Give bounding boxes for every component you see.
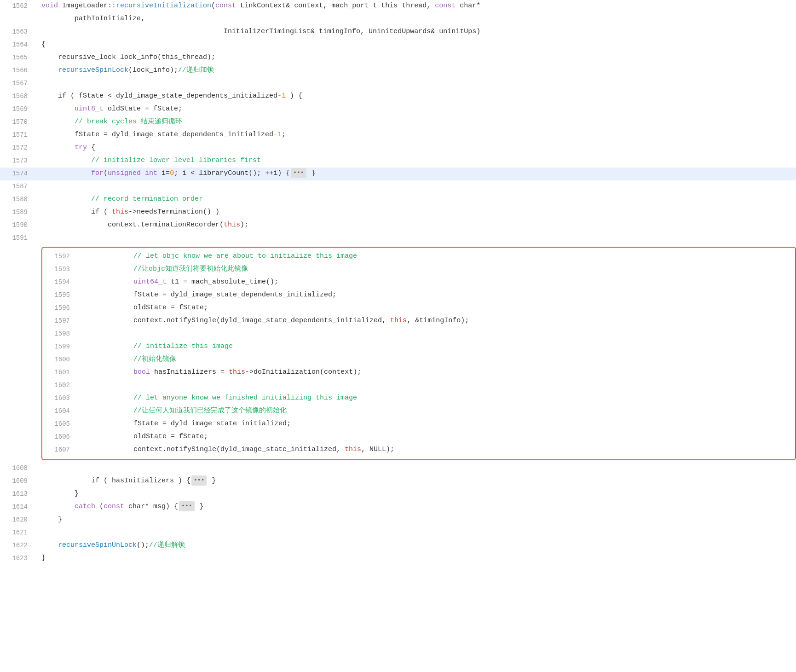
line-1601: 1601 bool hasInitializers = this->doInit… <box>42 366 795 379</box>
line-num-1594: 1594 <box>42 277 79 288</box>
line-1598: 1598 <box>42 328 795 341</box>
line-num-1573: 1573 <box>0 155 37 166</box>
line-num-1564: 1564 <box>0 39 37 50</box>
line-1567: 1567 <box>0 77 796 90</box>
line-1613: 1613 } <box>0 488 796 501</box>
line-1563: 1563 InitializerTimingList& timingInfo, … <box>0 26 796 39</box>
line-1621: 1621 <box>0 527 796 539</box>
line-1562: 1562 void ImageLoader::recursiveInitiali… <box>0 0 796 13</box>
line-1569: 1569 uint8_t oldState = fState; <box>0 103 796 116</box>
red-box-highlight: 1592 // let objc know we are about to in… <box>41 247 796 460</box>
line-1564: 1564 { <box>0 39 796 52</box>
line-num-1599: 1599 <box>42 341 79 352</box>
line-num-1562: 1562 <box>0 0 37 12</box>
line-num-1620: 1620 <box>0 514 37 525</box>
line-num-1607: 1607 <box>42 444 79 455</box>
line-content-1589: if ( this->needsTermination() ) <box>37 207 796 217</box>
line-content-1562: void ImageLoader::recursiveInitializatio… <box>37 0 796 11</box>
line-1573: 1573 // initialize lower level libraries… <box>0 155 796 168</box>
line-num-1609: 1609 <box>0 475 37 487</box>
line-content-1564: { <box>37 39 796 50</box>
line-content-indent: pathToInitialize, <box>37 13 796 24</box>
line-content-1609: if ( hasInitializers ) {••• } <box>37 475 796 486</box>
line-num-1567: 1567 <box>0 78 37 89</box>
line-content-1614: catch (const char* msg) {••• } <box>37 501 796 512</box>
line-1608: 1608 <box>0 462 796 475</box>
line-1602: 1602 <box>42 379 795 392</box>
line-content-1595: fState = dyld_image_state_dependents_ini… <box>79 290 795 300</box>
line-num-1598: 1598 <box>42 328 79 339</box>
line-content-1605: fState = dyld_image_state_initialized; <box>79 418 795 429</box>
line-num-1608: 1608 <box>0 463 37 474</box>
line-content-1570: // break cycles 结束递归循环 <box>37 116 796 127</box>
line-1570: 1570 // break cycles 结束递归循环 <box>0 116 796 129</box>
line-1568: 1568 if ( fState < dyld_image_state_depe… <box>0 90 796 103</box>
line-num-1587: 1587 <box>0 181 37 192</box>
line-1587: 1587 <box>0 180 796 193</box>
line-content-1600: //初始化镜像 <box>79 354 795 365</box>
line-1596: 1596 oldState = fState; <box>42 302 795 315</box>
line-num-1590: 1590 <box>0 220 37 231</box>
line-1609: 1609 if ( hasInitializers ) {••• } <box>0 475 796 488</box>
line-content-1603: // let anyone know we finished initializ… <box>79 393 795 403</box>
line-num-1606: 1606 <box>42 431 79 442</box>
line-1595: 1595 fState = dyld_image_state_dependent… <box>42 289 795 302</box>
line-1603: 1603 // let anyone know we finished init… <box>42 392 795 405</box>
line-1599: 1599 // initialize this image <box>42 341 795 353</box>
line-1572: 1572 try { <box>0 142 796 155</box>
line-num-1563: 1563 <box>0 26 37 37</box>
line-content-1571: fState = dyld_image_state_dependents_ini… <box>37 129 796 140</box>
line-num-1589: 1589 <box>0 207 37 218</box>
line-num-1566: 1566 <box>0 65 37 76</box>
line-num-1569: 1569 <box>0 104 37 115</box>
line-num-1591: 1591 <box>0 232 37 243</box>
line-content-1573: // initialize lower level libraries firs… <box>37 155 796 166</box>
line-num-1592: 1592 <box>42 251 79 262</box>
line-content-1622: recursiveSpinUnLock();//递归解锁 <box>37 540 796 550</box>
line-1565: 1565 recursive_lock lock_info(this_threa… <box>0 52 796 64</box>
line-content-1592: // let objc know we are about to initial… <box>79 251 795 261</box>
line-1589: 1589 if ( this->needsTermination() ) <box>0 206 796 219</box>
line-content-1596: oldState = fState; <box>79 302 795 313</box>
line-1591: 1591 <box>0 232 796 245</box>
line-1571: 1571 fState = dyld_image_state_dependent… <box>0 129 796 142</box>
line-content-1566: recursiveSpinLock(lock_info);//递归加锁 <box>37 65 796 75</box>
line-content-1613: } <box>37 488 796 499</box>
line-num-1568: 1568 <box>0 91 37 102</box>
line-num-1601: 1601 <box>42 367 79 378</box>
line-content-1594: uint64_t t1 = mach_absolute_time(); <box>79 277 795 287</box>
line-1594: 1594 uint64_t t1 = mach_absolute_time(); <box>42 276 795 289</box>
line-num-1622: 1622 <box>0 540 37 551</box>
line-indent: pathToInitialize, <box>0 13 796 26</box>
line-1574: 1574 for(unsigned int i=0; i < libraryCo… <box>0 168 796 180</box>
line-content-1590: context.terminationRecorder(this); <box>37 220 796 230</box>
line-content-1598 <box>79 328 795 339</box>
line-content-1565: recursive_lock lock_info(this_thread); <box>37 52 796 63</box>
line-num-1603: 1603 <box>42 393 79 404</box>
line-1593: 1593 //让objc知道我们将要初始化此镜像 <box>42 263 795 276</box>
line-num-1574: 1574 <box>0 168 37 179</box>
line-1597: 1597 context.notifySingle(dyld_image_sta… <box>42 315 795 328</box>
line-content-1574: for(unsigned int i=0; i < libraryCount()… <box>37 168 796 179</box>
line-content-1620: } <box>37 514 796 525</box>
line-1614: 1614 catch (const char* msg) {••• } <box>0 501 796 514</box>
line-content-1568: if ( fState < dyld_image_state_dependent… <box>37 91 796 101</box>
line-num-1605: 1605 <box>42 418 79 429</box>
line-1622: 1622 recursiveSpinUnLock();//递归解锁 <box>0 539 796 552</box>
line-content-1599: // initialize this image <box>79 341 795 352</box>
line-content-1606: oldState = fState; <box>79 431 795 442</box>
line-1605: 1605 fState = dyld_image_state_initializ… <box>42 418 795 431</box>
line-content-1587 <box>37 181 796 191</box>
red-box-inner: 1592 // let objc know we are about to in… <box>42 250 795 457</box>
line-1620: 1620 } <box>0 514 796 527</box>
line-content-1569: uint8_t oldState = fState; <box>37 104 796 114</box>
line-num-1565: 1565 <box>0 52 37 63</box>
line-num-1595: 1595 <box>42 290 79 301</box>
line-content-1597: context.notifySingle(dyld_image_state_de… <box>79 315 795 326</box>
line-num-1602: 1602 <box>42 380 79 391</box>
line-content-1604: //让任何人知道我们已经完成了这个镜像的初始化 <box>79 406 795 416</box>
line-1623: 1623 } <box>0 552 796 565</box>
line-num-1597: 1597 <box>42 315 79 326</box>
line-content-1607: context.notifySingle(dyld_image_state_in… <box>79 444 795 455</box>
line-1590: 1590 context.terminationRecorder(this); <box>0 219 796 232</box>
